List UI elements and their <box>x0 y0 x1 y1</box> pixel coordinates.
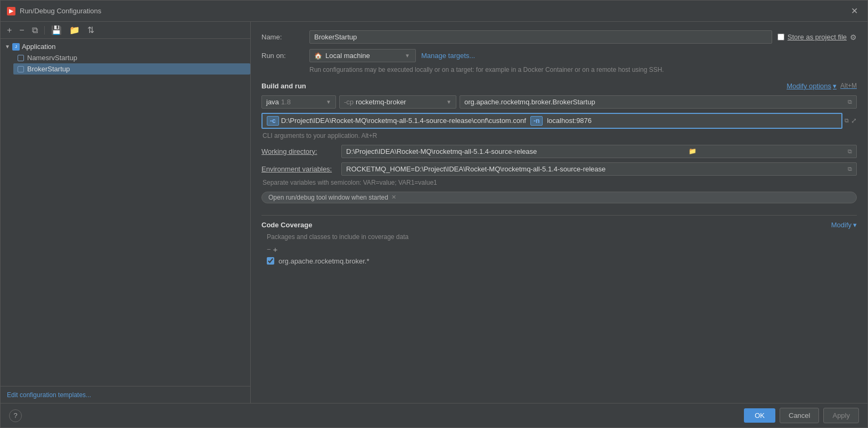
cancel-button[interactable]: Cancel <box>780 408 819 423</box>
sidebar-tree: ▼ J Application NamesrvStartup BrokerSta… <box>1 39 250 386</box>
folder-icon[interactable]: 📁 <box>689 147 697 155</box>
cli-args-row: -c D:\Project\IDEA\Rocket-MQ\rocketmq-al… <box>261 113 857 129</box>
modify-options-shortcut: Alt+M <box>840 82 857 89</box>
ok-button[interactable]: OK <box>744 408 775 423</box>
code-coverage-title: Code Coverage <box>261 221 312 229</box>
remove-coverage-button[interactable]: − <box>267 245 271 253</box>
name-label: Name: <box>261 33 304 41</box>
store-project-checkbox[interactable] <box>777 34 784 40</box>
chevron-down-icon: ▼ <box>446 99 452 105</box>
java-row: java 1.8 ▼ -cp rocketmq-broker ▼ org.apa… <box>261 95 857 109</box>
name-input[interactable] <box>309 30 772 44</box>
application-group-header[interactable]: ▼ J Application <box>1 41 250 52</box>
cli-hint: CLI arguments to your application. Alt+R <box>261 132 857 139</box>
tree-children: NamesrvStartup BrokerStartup <box>1 52 250 75</box>
main-class-value: org.apache.rocketmq.broker.BrokerStartup <box>464 98 595 106</box>
copy-cli-icon[interactable]: ⧉ <box>845 117 849 124</box>
copy-config-button[interactable]: ⧉ <box>30 24 40 36</box>
cli-c-tag: -c <box>267 116 279 126</box>
application-group-label: Application <box>22 43 56 51</box>
tag-pill: Open run/debug tool window when started … <box>261 192 857 203</box>
title-bar: ▶ Run/Debug Configurations ✕ <box>1 1 867 22</box>
code-coverage-header: Code Coverage Modify ▾ <box>261 221 857 229</box>
run-debug-dialog: ▶ Run/Debug Configurations ✕ + − ⧉ 💾 📁 ⇅… <box>0 0 868 428</box>
chevron-down-icon: ▾ <box>833 82 837 90</box>
coverage-item: org.apache.rocketmq.broker.* <box>261 257 857 265</box>
run-on-row: Run on: 🏠 Local machine ▼ Manage targets… <box>261 49 857 62</box>
help-button[interactable]: ? <box>9 409 22 422</box>
chevron-down-icon: ▾ <box>853 221 857 229</box>
dialog-title: Run/Debug Configurations <box>20 7 101 15</box>
cp-label: -cp <box>344 98 354 106</box>
env-hint: Separate variables with semicolon: VAR=v… <box>261 179 857 186</box>
add-config-button[interactable]: + <box>5 24 14 36</box>
coverage-hint: Packages and classes to include in cover… <box>261 233 857 241</box>
sort-config-button[interactable]: ⇅ <box>85 24 96 36</box>
cli-path-value: D:\Project\IDEA\Rocket-MQ\rocketmq-all-5… <box>281 117 526 125</box>
manage-targets-link[interactable]: Manage targets... <box>421 52 475 60</box>
modify-options-button[interactable]: Modify options ▾ Alt+M <box>787 82 857 90</box>
chevron-down-icon: ▼ <box>405 53 410 59</box>
build-run-header: Build and run Modify options ▾ Alt+M <box>261 82 857 90</box>
cli-host-value: localhost:9876 <box>547 117 592 125</box>
env-value: ROCKETMQ_HOME=D:\Project\IDEA\Rocket-MQ\… <box>346 165 605 173</box>
app-icon: ▶ <box>7 7 15 15</box>
bottom-bar: ? OK Cancel Apply <box>1 403 867 427</box>
main-content: + − ⧉ 💾 📁 ⇅ ▼ J Application <box>1 22 867 403</box>
right-panel: Name: Store as project file ⚙ Run on: 🏠 … <box>251 22 867 403</box>
move-config-button[interactable]: 📁 <box>67 24 82 36</box>
java-version-label: 1.8 <box>281 98 291 106</box>
tag-close-button[interactable]: ✕ <box>391 194 396 201</box>
env-input[interactable]: ROCKETMQ_HOME=D:\Project\IDEA\Rocket-MQ\… <box>341 162 857 176</box>
close-button[interactable]: ✕ <box>848 5 861 17</box>
apply-button[interactable]: Apply <box>823 408 859 423</box>
java-select[interactable]: java 1.8 ▼ <box>261 95 336 109</box>
env-label: Environment variables: <box>261 165 336 173</box>
cli-n-tag: -n <box>530 116 543 126</box>
sidebar-bottom: Edit configuration templates... <box>1 386 250 403</box>
run-on-label: Run on: <box>261 52 304 60</box>
run-hint: Run configurations may be executed local… <box>261 65 857 75</box>
remove-config-button[interactable]: − <box>17 24 26 36</box>
working-dir-row: Working directory: D:\Project\IDEA\Rocke… <box>261 145 857 158</box>
working-dir-input[interactable]: D:\Project\IDEA\Rocket-MQ\rocketmq-all-5… <box>341 145 857 158</box>
chevron-down-icon: ▼ <box>5 44 10 50</box>
namesrv-startup-item[interactable]: NamesrvStartup <box>13 52 250 63</box>
coverage-checkbox[interactable] <box>267 257 274 265</box>
copy-wd-icon[interactable]: ⧉ <box>848 148 852 155</box>
sidebar: + − ⧉ 💾 📁 ⇅ ▼ J Application <box>1 22 251 403</box>
store-project-row: Store as project file ⚙ <box>777 33 857 42</box>
cli-args-input[interactable]: -c D:\Project\IDEA\Rocket-MQ\rocketmq-al… <box>261 113 842 129</box>
local-machine-select[interactable]: 🏠 Local machine ▼ <box>309 49 416 62</box>
application-group: ▼ J Application NamesrvStartup BrokerSta… <box>1 41 250 75</box>
working-dir-label: Working directory: <box>261 147 336 155</box>
main-class-field[interactable]: org.apache.rocketmq.broker.BrokerStartup… <box>460 95 857 109</box>
save-config-button[interactable]: 💾 <box>49 24 64 36</box>
namesrv-startup-label: NamesrvStartup <box>27 54 77 62</box>
expand-cli-icon[interactable]: ⤢ <box>851 117 857 125</box>
chevron-down-icon: ▼ <box>326 99 331 105</box>
name-row: Name: Store as project file ⚙ <box>261 30 857 44</box>
home-icon: 🏠 <box>314 52 322 60</box>
toolbar-separator <box>44 26 45 35</box>
application-group-icon: J <box>12 43 20 51</box>
cp-value-label: rocketmq-broker <box>356 98 406 106</box>
cp-select[interactable]: -cp rocketmq-broker ▼ <box>339 95 456 109</box>
modify-label: Modify <box>831 221 851 229</box>
modify-options-label: Modify options <box>787 82 831 90</box>
edit-templates-link[interactable]: Edit configuration templates... <box>7 391 91 399</box>
copy-env-icon[interactable]: ⧉ <box>848 166 852 172</box>
java-label: java <box>266 98 279 106</box>
sidebar-toolbar: + − ⧉ 💾 📁 ⇅ <box>1 22 250 39</box>
gear-icon[interactable]: ⚙ <box>850 33 857 42</box>
broker-startup-item[interactable]: BrokerStartup <box>13 63 250 75</box>
coverage-toolbar: − + <box>261 245 857 254</box>
add-coverage-button[interactable]: + <box>273 245 278 254</box>
section-separator <box>261 215 857 216</box>
modify-coverage-button[interactable]: Modify ▾ <box>831 221 857 229</box>
config-icon <box>18 55 24 61</box>
config-icon <box>18 66 24 72</box>
build-run-title: Build and run <box>261 82 306 90</box>
coverage-item-label: org.apache.rocketmq.broker.* <box>279 257 370 265</box>
copy-icon[interactable]: ⧉ <box>848 98 852 105</box>
